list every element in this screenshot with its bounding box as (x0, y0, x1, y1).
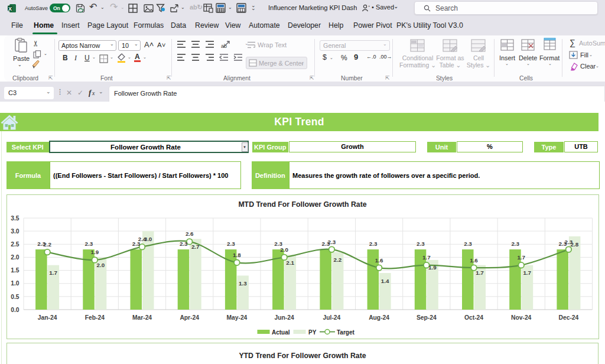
svg-text:Nov-24: Nov-24 (511, 314, 532, 320)
svg-text:Apr-24: Apr-24 (180, 314, 199, 320)
svg-text:2.0: 2.0 (96, 261, 105, 268)
svg-text:Aug-24: Aug-24 (369, 314, 389, 320)
svg-text:PY: PY (308, 329, 317, 336)
svg-text:May-24: May-24 (226, 314, 247, 320)
svg-text:Jan-24: Jan-24 (37, 314, 57, 320)
svg-text:1.7: 1.7 (517, 254, 525, 261)
svg-text:Oct-24: Oct-24 (464, 314, 483, 320)
svg-text:0.0: 0.0 (11, 306, 19, 313)
svg-text:Actual: Actual (272, 329, 290, 336)
svg-text:1.9: 1.9 (428, 264, 436, 271)
svg-text:1.9: 1.9 (90, 249, 99, 255)
svg-text:2.6: 2.6 (185, 230, 193, 237)
svg-text:Dec-24: Dec-24 (558, 314, 578, 320)
svg-text:1.8: 1.8 (233, 251, 241, 258)
svg-text:1.7: 1.7 (476, 269, 484, 276)
svg-text:1.3: 1.3 (239, 280, 247, 286)
svg-text:Target: Target (337, 329, 354, 336)
svg-text:2.3: 2.3 (179, 240, 187, 246)
svg-text:Jun-24: Jun-24 (274, 314, 294, 320)
svg-text:3.0: 3.0 (144, 235, 152, 242)
svg-text:2.3: 2.3 (84, 240, 93, 246)
svg-text:MTD Trend For Follower Growth: MTD Trend For Follower Growth Rate (238, 200, 366, 208)
svg-text:1.6: 1.6 (470, 256, 478, 263)
svg-text:2.2: 2.2 (43, 241, 51, 248)
svg-text:Sep-24: Sep-24 (416, 314, 436, 320)
svg-text:Feb-24: Feb-24 (84, 314, 104, 320)
svg-text:X: X (8, 6, 12, 12)
svg-text:1.6: 1.6 (375, 256, 383, 263)
svg-text:1.7: 1.7 (422, 254, 430, 261)
svg-text:2.0: 2.0 (280, 246, 288, 252)
svg-text:2.3: 2.3 (369, 240, 377, 246)
svg-text:2.3: 2.3 (464, 240, 472, 246)
svg-text:2.7: 2.7 (191, 243, 199, 249)
svg-text:1.7: 1.7 (523, 269, 531, 276)
svg-text:2.3: 2.3 (511, 240, 519, 246)
svg-text:0.5: 0.5 (11, 293, 19, 300)
svg-text:Jul-24: Jul-24 (323, 314, 340, 320)
svg-text:2.8: 2.8 (570, 240, 578, 247)
svg-text:3.5: 3.5 (11, 214, 19, 221)
svg-text:2.1: 2.1 (286, 259, 294, 265)
svg-text:1.0: 1.0 (11, 280, 19, 287)
svg-text:1.4: 1.4 (380, 277, 389, 284)
svg-text:ab: ab (221, 43, 227, 48)
svg-text:2.3: 2.3 (327, 238, 336, 245)
svg-text:2.3: 2.3 (416, 240, 424, 246)
svg-text:2.5: 2.5 (11, 240, 19, 247)
svg-text:1.7: 1.7 (49, 269, 57, 276)
svg-text:+: + (368, 4, 370, 8)
svg-text:2.2: 2.2 (333, 256, 341, 263)
svg-text:2.0: 2.0 (11, 254, 19, 261)
svg-text:2.3: 2.3 (227, 240, 235, 246)
svg-text:3.0: 3.0 (11, 228, 19, 234)
svg-text:Mar-24: Mar-24 (132, 314, 151, 320)
svg-text:1.5: 1.5 (11, 267, 19, 274)
